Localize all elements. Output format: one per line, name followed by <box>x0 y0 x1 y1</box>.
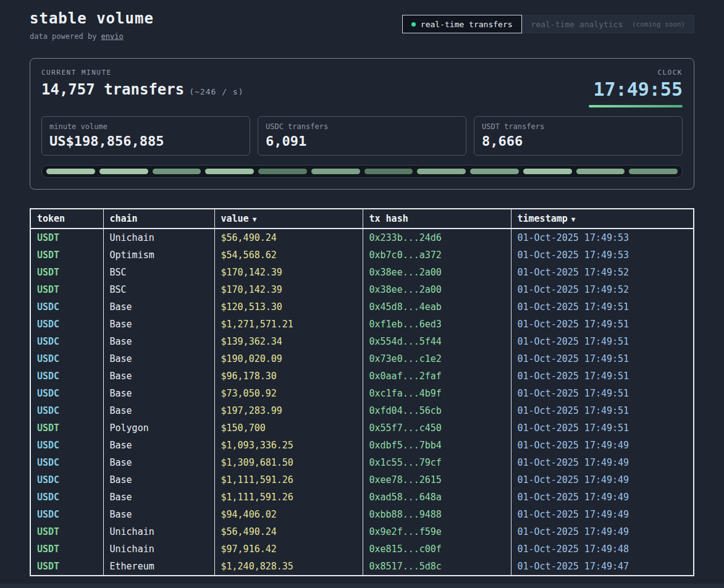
activity-segment <box>46 169 95 174</box>
timestamp-cell: 01-Oct-2025 17:49:49 <box>511 506 694 523</box>
chain-cell: Base <box>103 471 214 489</box>
chain-cell: Base <box>103 368 214 385</box>
timestamp-cell: 01-Oct-2025 17:49:47 <box>511 558 694 576</box>
tx-hash-cell: 0x45d8...4eab <box>363 298 511 316</box>
tab-real-time-analytics[interactable]: real-time analytics (coming soon) <box>522 15 694 33</box>
table-header: tokenchainvalue▼tx hashtimestamp▼ <box>30 209 694 229</box>
chain-cell: Ethereum <box>103 558 214 576</box>
tx-hash-cell: 0x554d...5f44 <box>363 333 511 350</box>
envio-link[interactable]: envio <box>101 32 124 41</box>
table-row: USDCBase$197,283.990xfd04...56cb01-Oct-2… <box>30 402 694 419</box>
activity-segment <box>99 169 148 174</box>
value-cell: $1,093,336.25 <box>214 437 363 454</box>
activity-segment <box>523 169 572 174</box>
powered-by: data powered by envio <box>30 32 154 41</box>
table-row: USDCBase$94,406.020xbb88...948801-Oct-20… <box>30 506 694 523</box>
table-row: USDCBase$1,309,681.500x1c55...79cf01-Oct… <box>30 454 694 471</box>
activity-segment <box>417 169 466 174</box>
timestamp-cell: 01-Oct-2025 17:49:52 <box>511 264 694 281</box>
timestamp-cell: 01-Oct-2025 17:49:51 <box>511 333 694 350</box>
table-row: USDTBSC$170,142.390x38ee...2a0001-Oct-20… <box>30 264 694 281</box>
timestamp-cell: 01-Oct-2025 17:49:51 <box>511 402 694 419</box>
chain-cell: Base <box>103 454 214 471</box>
value-cell: $54,568.62 <box>214 246 363 264</box>
token-cell: USDT <box>30 246 103 264</box>
chain-cell: BSC <box>103 264 214 281</box>
value-cell: $190,020.09 <box>214 350 363 368</box>
table-row: USDCBase$120,513.300x45d8...4eab01-Oct-2… <box>30 298 694 316</box>
col-label: timestamp <box>518 213 568 224</box>
chain-cell: Unichain <box>103 540 214 558</box>
table-row: USDTPolygon$150,7000x55f7...c45001-Oct-2… <box>30 419 694 437</box>
value-cell: $1,271,571.21 <box>214 316 363 333</box>
value-cell: $97,916.42 <box>214 540 363 558</box>
chain-cell: Base <box>103 316 214 333</box>
token-cell: USDC <box>30 506 103 523</box>
table-row: USDCBase$1,093,336.250xdbf5...7bb401-Oct… <box>30 437 694 454</box>
token-cell: USDC <box>30 471 103 489</box>
tx-hash-cell: 0x233b...24d6 <box>363 229 511 246</box>
tx-hash-cell: 0x38ee...2a00 <box>363 281 511 298</box>
value-cell: $1,111,591.26 <box>214 489 363 506</box>
activity-segments-bar <box>41 165 683 178</box>
table-row: USDCBase$1,271,571.210xf1eb...6ed301-Oct… <box>30 316 694 333</box>
token-cell: USDT <box>30 229 103 246</box>
tab-real-time-transfers[interactable]: real-time transfers <box>402 15 522 33</box>
table-row: USDTUnichain$56,490.240x233b...24d601-Oc… <box>30 229 694 246</box>
chain-cell: Base <box>103 402 214 419</box>
timestamp-cell: 01-Oct-2025 17:49:48 <box>511 540 694 558</box>
tx-hash-cell: 0x1c55...79cf <box>363 454 511 471</box>
value-cell: $1,309,681.50 <box>214 454 363 471</box>
value-cell: $139,362.34 <box>214 333 363 350</box>
chain-cell: Optimism <box>103 246 214 264</box>
clock-time: 17:49:55 <box>589 79 683 99</box>
tx-hash-cell: 0xad58...648a <box>363 489 511 506</box>
usdt-transfers-card: USDT transfers8,666 <box>474 116 683 156</box>
card-label: USDC transfers <box>266 122 458 131</box>
value-cell: $56,490.24 <box>214 523 363 540</box>
sort-arrow-icon: ▼ <box>571 216 576 224</box>
tx-hash-cell: 0x38ee...2a00 <box>363 264 511 281</box>
tx-hash-cell: 0xee78...2615 <box>363 471 511 489</box>
value-cell: $94,406.02 <box>214 506 363 523</box>
token-cell: USDC <box>30 437 103 454</box>
card-label: USDT transfers <box>482 122 675 131</box>
stat-cards: minute volumeUS$198,856,885USDC transfer… <box>41 116 683 156</box>
tx-hash-cell: 0xbb88...9488 <box>363 506 511 523</box>
activity-segment <box>576 169 625 174</box>
chain-cell: Polygon <box>103 419 214 437</box>
clock-block: CLOCK 17:49:55 <box>589 69 683 107</box>
table-row: USDTOptimism$54,568.620xb7c0...a37201-Oc… <box>30 246 694 264</box>
activity-segment <box>364 169 413 174</box>
tx-hash-cell: 0xf1eb...6ed3 <box>363 316 511 333</box>
value-cell: $197,283.99 <box>214 402 363 419</box>
table-row: USDCBase$190,020.090x73e0...c1e201-Oct-2… <box>30 350 694 368</box>
token-cell: USDT <box>30 419 103 437</box>
token-cell: USDT <box>30 540 103 558</box>
card-value: US$198,856,885 <box>49 133 242 149</box>
table-row: USDCBase$1,111,591.260xee78...261501-Oct… <box>30 471 694 489</box>
table-row: USDCBase$1,111,591.260xad58...648a01-Oct… <box>30 489 694 506</box>
col-timestamp[interactable]: timestamp▼ <box>511 209 694 229</box>
app-title: stable volume <box>30 10 154 27</box>
col-value[interactable]: value▼ <box>214 209 363 229</box>
table-row: USDCBase$139,362.340x554d...5f4401-Oct-2… <box>30 333 694 350</box>
table-row: USDCBase$96,178.300x0aaf...2faf01-Oct-20… <box>30 368 694 385</box>
timestamp-cell: 01-Oct-2025 17:49:53 <box>511 229 694 246</box>
timestamp-cell: 01-Oct-2025 17:49:49 <box>511 454 694 471</box>
timestamp-cell: 01-Oct-2025 17:49:53 <box>511 246 694 264</box>
token-cell: USDC <box>30 454 103 471</box>
top-bar: stable volume data powered by envio real… <box>30 10 694 41</box>
col-label: tx hash <box>369 213 408 224</box>
panel-top: CURRENT MINUTE 14,757 transfers(~246 / s… <box>41 69 683 107</box>
token-cell: USDT <box>30 281 103 298</box>
chain-cell: Base <box>103 385 214 402</box>
transfers-count-line: 14,757 transfers(~246 / s) <box>41 81 243 98</box>
token-cell: USDC <box>30 385 103 402</box>
timestamp-cell: 01-Oct-2025 17:49:51 <box>511 419 694 437</box>
activity-segment <box>311 169 360 174</box>
table-row: USDTEthereum$1,240,828.350x8517...5d8c01… <box>30 558 694 576</box>
value-cell: $96,178.30 <box>214 368 363 385</box>
chain-cell: Unichain <box>103 523 214 540</box>
table-row: USDTUnichain$56,490.240x9e2f...f59e01-Oc… <box>30 523 694 540</box>
